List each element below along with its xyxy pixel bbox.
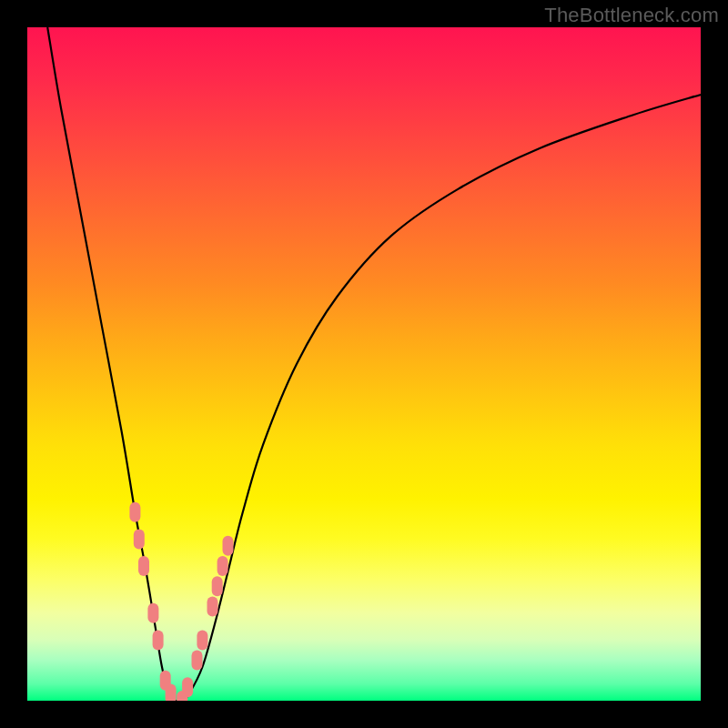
plot-area xyxy=(27,27,701,701)
highlight-marker xyxy=(153,630,164,650)
highlight-marker xyxy=(197,630,207,650)
highlight-marker xyxy=(217,556,228,576)
highlight-marker xyxy=(207,596,218,616)
marker-group xyxy=(129,502,233,701)
highlight-marker xyxy=(147,603,158,623)
highlight-marker xyxy=(192,651,203,671)
curve-svg xyxy=(27,27,701,701)
bottleneck-curve xyxy=(47,27,701,701)
highlight-marker xyxy=(166,684,177,701)
highlight-marker xyxy=(223,536,234,556)
highlight-marker xyxy=(134,529,145,549)
watermark-text: TheBottleneck.com xyxy=(544,4,719,27)
highlight-marker xyxy=(138,556,149,576)
chart-frame: TheBottleneck.com xyxy=(0,0,728,728)
highlight-marker xyxy=(182,677,193,697)
highlight-marker xyxy=(129,502,140,522)
highlight-marker xyxy=(212,576,223,596)
